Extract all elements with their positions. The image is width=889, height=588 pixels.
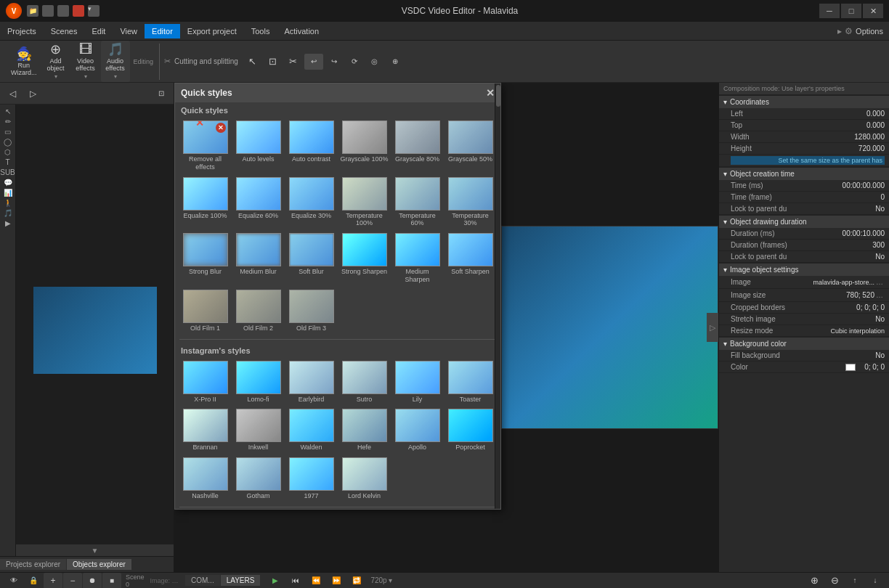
style-nashville[interactable]: Nashville (179, 455, 231, 502)
menu-view[interactable]: View (113, 24, 145, 38)
add-object-button[interactable]: ⊕ Addobject ▾ (41, 41, 70, 82)
bg-color-section[interactable]: ▾ Background color (719, 337, 889, 350)
style-grayscale80[interactable]: Grayscale 80% (391, 118, 443, 173)
tl-tab-layers[interactable]: LAYERS (221, 575, 261, 586)
tl-loop-btn[interactable]: 🔁 (347, 573, 366, 589)
style-brannan[interactable]: Brannan (179, 407, 231, 454)
style-medblur[interactable]: Medium Blur (232, 231, 284, 286)
style-auto-levels[interactable]: Auto levels (232, 118, 284, 173)
gear-icon[interactable]: ⚙ (845, 26, 853, 36)
tool-6[interactable]: ⟳ (345, 54, 364, 70)
image-settings-section[interactable]: ▾ Image object settings (719, 263, 889, 276)
style-remove-all[interactable]: ✕ Remove alleffects (179, 118, 231, 173)
crop-tool[interactable]: ⊡ (264, 54, 283, 70)
style-lily[interactable]: Lily (391, 359, 443, 406)
cursor-tool[interactable]: ↖ (243, 54, 262, 70)
audio-effects-button[interactable]: 🎵 Audioeffects ▾ (101, 41, 130, 82)
style-softblur[interactable]: Soft Blur (285, 231, 337, 286)
style-auto-contrast[interactable]: Auto contrast (285, 118, 337, 173)
eye-icon[interactable]: 👁 (4, 573, 23, 589)
creation-time-section[interactable]: ▾ Object creation time (719, 167, 889, 180)
style-toast[interactable]: Toaster (444, 359, 496, 406)
lbar-icon-2[interactable]: ✏ (5, 118, 11, 126)
drawing-duration-section[interactable]: ▾ Object drawing duration (719, 215, 889, 228)
style-grayscale50[interactable]: Grayscale 50% (444, 118, 496, 173)
expand-icon[interactable]: ▸ (837, 26, 842, 36)
menu-activation[interactable]: Activation (277, 24, 326, 38)
tb-icon-1[interactable]: 📁 (27, 5, 38, 17)
style-temp30[interactable]: Temperature 30% (444, 175, 496, 230)
redo-tool[interactable]: ↪ (325, 54, 344, 70)
tb-icon-4[interactable] (73, 5, 84, 17)
resolution-display[interactable]: 720p ▾ (370, 576, 392, 584)
menu-tools[interactable]: Tools (244, 24, 277, 38)
canvas-next-arrow[interactable]: ▷ (707, 313, 718, 342)
tl-add-btn[interactable]: + (44, 573, 62, 589)
lbar-icon-4[interactable]: ◯ (4, 138, 12, 146)
lbar-icon-11[interactable]: 🎵 (4, 209, 12, 217)
menu-export[interactable]: Export project (180, 24, 244, 38)
image-size-btn[interactable]: … (874, 290, 885, 300)
close-button[interactable]: ✕ (863, 4, 883, 18)
cut-tool[interactable]: ✂ (284, 54, 303, 70)
style-hefe[interactable]: Hefe (338, 407, 390, 454)
style-oldfilm2[interactable]: Old Film 2 (232, 287, 284, 335)
tl-rec-btn[interactable]: ⏺ (83, 573, 102, 589)
style-grayscale100[interactable]: Grayscale 100% (338, 118, 390, 173)
tl-rewind-btn[interactable]: ⏮ (286, 573, 305, 589)
style-strongblur[interactable]: Strong Blur (179, 231, 231, 286)
same-size-value[interactable]: Set the same size as the parent has (731, 156, 885, 165)
video-effects-button[interactable]: 🎞 Videoeffects ▾ (71, 41, 100, 82)
options-button[interactable]: Options (856, 27, 883, 36)
tl-tab-com[interactable]: COM... (185, 575, 220, 586)
tl-resize-up[interactable]: ↑ (845, 573, 864, 589)
tb-icon-2[interactable] (42, 5, 54, 17)
qs-scrollbar[interactable] (495, 83, 500, 509)
style-lomo[interactable]: Lomo-fi (232, 359, 284, 406)
canvas-bottom-nav[interactable]: ▼ (16, 544, 174, 556)
lock-icon[interactable]: 🔒 (24, 573, 43, 589)
menu-edit[interactable]: Edit (84, 24, 113, 38)
tool-8[interactable]: ⊕ (386, 54, 405, 70)
tl-step-fwd-btn[interactable]: ⏩ (327, 573, 346, 589)
objects-explorer-tab[interactable]: Objects explorer (67, 559, 131, 570)
left-arrow-btn[interactable]: ◁ (3, 86, 22, 102)
style-poprocket[interactable]: Poprocket (444, 407, 496, 454)
lbar-icon-10[interactable]: 🚶 (4, 199, 12, 207)
style-oldfilm1[interactable]: Old Film 1 (179, 287, 231, 335)
lbar-icon-9[interactable]: 📊 (4, 189, 12, 197)
tl-stop-btn[interactable]: ■ (102, 573, 121, 589)
style-strongsh[interactable]: Strong Sharpen (338, 231, 390, 286)
tb-icon-5[interactable]: ▾ (88, 5, 100, 17)
coordinates-section[interactable]: ▾ Coordinates (719, 95, 889, 108)
quick-styles-scroll[interactable]: Quick styles ✕ Remove alleffects (175, 102, 500, 509)
color-swatch[interactable] (845, 364, 856, 371)
style-oldfilm3[interactable]: Old Film 3 (285, 287, 337, 335)
projects-explorer-tab[interactable]: Projects explorer (0, 559, 66, 570)
style-early[interactable]: Earlybird (285, 359, 337, 406)
right-arrow-btn[interactable]: ▷ (23, 86, 42, 102)
lbar-icon-1[interactable]: ↖ (5, 107, 11, 115)
tl-del-btn[interactable]: − (63, 573, 82, 589)
style-softsh[interactable]: Soft Sharpen (444, 231, 496, 286)
quick-styles-close[interactable]: ✕ (486, 87, 495, 99)
style-eq60[interactable]: Equalize 60% (232, 175, 284, 230)
style-xpro[interactable]: X-Pro II (179, 359, 231, 406)
run-wizard-button[interactable]: 🧙 RunWizard... (7, 45, 41, 78)
image-browse-button[interactable]: … (874, 277, 885, 287)
lbar-icon-6[interactable]: T (5, 158, 9, 166)
menu-projects[interactable]: Projects (0, 24, 44, 38)
style-temp100[interactable]: Temperature 100% (338, 175, 390, 230)
style-1977[interactable]: 1977 (285, 455, 337, 502)
tl-resize-down[interactable]: ↓ (866, 573, 885, 589)
tl-play-btn[interactable]: ▶ (266, 573, 285, 589)
lbar-icon-8[interactable]: 💬 (4, 179, 12, 187)
maximize-button[interactable]: □ (841, 4, 861, 18)
style-temp60[interactable]: Temperature 60% (391, 175, 443, 230)
menu-scenes[interactable]: Scenes (44, 24, 85, 38)
menu-editor[interactable]: Editor (145, 24, 180, 38)
tl-step-back-btn[interactable]: ⏪ (307, 573, 325, 589)
resize-handle-left[interactable]: ⊡ (152, 86, 171, 102)
style-eq30[interactable]: Equalize 30% (285, 175, 337, 230)
minimize-button[interactable]: ─ (819, 4, 840, 18)
